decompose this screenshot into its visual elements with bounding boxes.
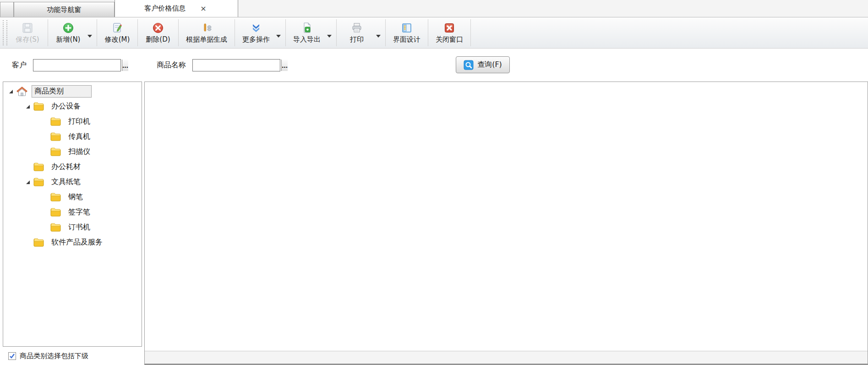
toolbar-button-label: 关闭窗口 [436,35,463,44]
toolbar-dropdown-import-export[interactable] [327,17,335,48]
more-icon [250,22,262,34]
toolbar-button-edit[interactable]: 修改(M) [98,17,136,48]
product-filter-label: 商品名称 [157,60,186,70]
toolbar-separator [470,19,471,46]
product-filter-input[interactable] [193,60,281,71]
toolbar-button-label: 根据单据生成 [186,35,227,44]
product-filter-field: … [192,59,280,71]
folder-icon [50,147,62,157]
expander-spacer [43,150,47,154]
tree-item-label: 打印机 [66,115,93,128]
folder-icon [50,207,62,218]
toolbar-dropdown-add[interactable] [87,17,96,48]
expander-expanded-icon[interactable] [9,89,13,94]
customer-lookup-button[interactable]: … [122,60,128,71]
ellipsis-icon: … [122,61,128,71]
toolbar-button-more[interactable]: 更多操作 [236,17,276,48]
query-button[interactable]: 查询(F) [456,56,510,73]
tree-item-7[interactable]: 文具纸笔 [3,174,142,190]
toolbar-button-label: 修改(M) [105,35,130,44]
grid-bottom-strip[interactable] [145,351,868,365]
chevron-down-icon [87,35,92,38]
main-area: 商品类别办公设备打印机传真机扫描仪办公耗材文具纸笔钢笔签字笔订书机软件产品及服务… [0,82,868,365]
toolbar-button-print[interactable]: 打印 [338,17,376,48]
add-icon [62,22,74,34]
toolbar-separator [385,19,386,46]
folder-icon [33,238,45,248]
include-subcategories-checkbox[interactable] [8,352,16,360]
tree-item-9[interactable]: 签字笔 [3,205,142,220]
home-icon [16,87,28,97]
tree-item-label: 办公设备 [49,100,83,113]
expander-spacer [43,135,47,139]
tree-item-5[interactable]: 扫描仪 [3,144,142,159]
toolbar-dropdown-more[interactable] [276,17,284,48]
toolbar-separator [48,19,48,46]
tree-item-2[interactable]: 办公设备 [3,99,142,114]
search-icon [464,60,474,70]
tree-item-label: 订书机 [66,221,93,234]
generate-icon [201,22,213,34]
toolbar-button-generate[interactable]: 根据单据生成 [180,17,234,48]
toolbar: 保存(S)新增(N)修改(M)删除(D)根据单据生成更多操作导入导出打印界面设计… [0,17,868,49]
toolbar-separator [336,19,337,46]
toolbar-separator [97,19,97,46]
tab-close-icon[interactable]: × [198,4,208,13]
chevron-down-icon [276,35,281,38]
expander-spacer [43,210,47,215]
expander-spacer [26,240,30,245]
toolbar-button-add[interactable]: 新增(N) [49,17,87,48]
toolbar-dropdown-print[interactable] [376,17,384,48]
folder-icon [33,102,45,112]
tab-2[interactable]: 客户价格信息× [115,0,238,17]
product-lookup-button[interactable]: … [281,60,288,71]
tab-1[interactable]: 功能导航窗 [14,2,115,17]
tree-item-label: 签字笔 [66,206,93,218]
checkmark-icon [9,353,15,359]
tree-item-label: 扫描仪 [66,146,93,158]
tree-item-10[interactable]: 订书机 [3,220,142,235]
toolbar-button-import-export[interactable]: 导入导出 [287,17,327,48]
expander-expanded-icon[interactable] [26,180,30,185]
tree-item-3[interactable]: 打印机 [3,114,142,129]
toolbar-button-label: 打印 [350,35,364,44]
tree-item-label: 办公耗材 [49,161,83,173]
toolbar-separator [235,19,235,46]
tree-item-label: 商品类别 [32,85,92,98]
tab-strip-lead [0,2,14,17]
chevron-down-icon [376,35,381,38]
filter-bar: 客户 … 商品名称 … 查询(F) [0,49,868,82]
tree-item-1[interactable]: 商品类别 [3,84,142,99]
toolbar-button-close-window[interactable]: 关闭窗口 [429,17,469,48]
toolbar-button-delete[interactable]: 删除(D) [139,17,177,48]
toolbar-separator [428,19,428,46]
toolbar-button-label: 新增(N) [56,35,81,44]
tree-item-label: 软件产品及服务 [49,236,105,249]
price-grid-panel [144,82,868,365]
customer-filter-input[interactable] [33,60,122,71]
tree-item-6[interactable]: 办公耗材 [3,159,142,174]
expander-spacer [43,225,47,230]
tree-item-label: 钢笔 [66,191,86,203]
chevron-down-icon [327,35,332,38]
folder-icon [50,117,62,127]
include-subcategories-label: 商品类别选择包括下级 [20,352,88,360]
tree-item-11[interactable]: 软件产品及服务 [3,235,142,250]
toolbar-button-save[interactable]: 保存(S) [8,17,47,48]
ui-design-icon [401,22,413,34]
customer-filter-label: 客户 [12,60,27,70]
tree-item-4[interactable]: 传真机 [3,129,142,144]
toolbar-button-label: 导入导出 [293,35,321,44]
toolbar-separator [285,19,286,46]
tree-item-label: 传真机 [66,131,93,143]
tree-item-8[interactable]: 钢笔 [3,190,142,205]
price-grid [145,82,868,351]
toolbar-button-ui-design[interactable]: 界面设计 [387,17,427,48]
tab-bar: 功能导航窗客户价格信息× [0,0,868,17]
print-icon [351,22,363,34]
category-tree: 商品类别办公设备打印机传真机扫描仪办公耗材文具纸笔钢笔签字笔订书机软件产品及服务 [3,82,142,347]
expander-spacer [43,195,47,200]
expander-spacer [26,165,30,169]
expander-expanded-icon[interactable] [26,104,30,109]
toolbar-grip[interactable] [3,20,7,45]
